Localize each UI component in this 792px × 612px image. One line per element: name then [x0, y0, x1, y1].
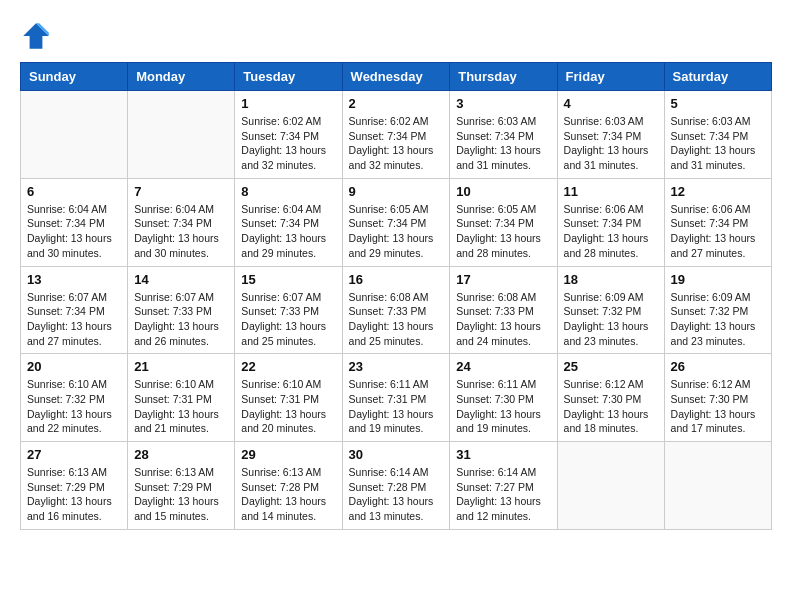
day-info: Sunrise: 6:06 AM Sunset: 7:34 PM Dayligh… — [671, 202, 765, 261]
day-number: 21 — [134, 359, 228, 374]
weekday-header-wednesday: Wednesday — [342, 63, 450, 91]
calendar-cell: 6Sunrise: 6:04 AM Sunset: 7:34 PM Daylig… — [21, 178, 128, 266]
calendar-cell: 8Sunrise: 6:04 AM Sunset: 7:34 PM Daylig… — [235, 178, 342, 266]
day-info: Sunrise: 6:02 AM Sunset: 7:34 PM Dayligh… — [349, 114, 444, 173]
day-info: Sunrise: 6:09 AM Sunset: 7:32 PM Dayligh… — [671, 290, 765, 349]
day-number: 13 — [27, 272, 121, 287]
calendar-cell: 2Sunrise: 6:02 AM Sunset: 7:34 PM Daylig… — [342, 91, 450, 179]
logo-icon — [20, 20, 52, 52]
calendar-cell: 9Sunrise: 6:05 AM Sunset: 7:34 PM Daylig… — [342, 178, 450, 266]
calendar-cell: 24Sunrise: 6:11 AM Sunset: 7:30 PM Dayli… — [450, 354, 557, 442]
day-number: 8 — [241, 184, 335, 199]
day-number: 18 — [564, 272, 658, 287]
day-info: Sunrise: 6:05 AM Sunset: 7:34 PM Dayligh… — [456, 202, 550, 261]
calendar-cell: 23Sunrise: 6:11 AM Sunset: 7:31 PM Dayli… — [342, 354, 450, 442]
weekday-header-sunday: Sunday — [21, 63, 128, 91]
day-info: Sunrise: 6:04 AM Sunset: 7:34 PM Dayligh… — [27, 202, 121, 261]
day-number: 10 — [456, 184, 550, 199]
day-info: Sunrise: 6:13 AM Sunset: 7:29 PM Dayligh… — [27, 465, 121, 524]
calendar-cell — [21, 91, 128, 179]
day-info: Sunrise: 6:06 AM Sunset: 7:34 PM Dayligh… — [564, 202, 658, 261]
logo — [20, 20, 58, 52]
weekday-header-friday: Friday — [557, 63, 664, 91]
day-info: Sunrise: 6:13 AM Sunset: 7:29 PM Dayligh… — [134, 465, 228, 524]
day-number: 25 — [564, 359, 658, 374]
calendar-cell: 4Sunrise: 6:03 AM Sunset: 7:34 PM Daylig… — [557, 91, 664, 179]
day-number: 26 — [671, 359, 765, 374]
calendar-cell — [128, 91, 235, 179]
day-number: 19 — [671, 272, 765, 287]
day-number: 1 — [241, 96, 335, 111]
day-number: 3 — [456, 96, 550, 111]
weekday-header-tuesday: Tuesday — [235, 63, 342, 91]
calendar-cell: 11Sunrise: 6:06 AM Sunset: 7:34 PM Dayli… — [557, 178, 664, 266]
day-number: 29 — [241, 447, 335, 462]
day-number: 24 — [456, 359, 550, 374]
day-number: 28 — [134, 447, 228, 462]
weekday-header-row: SundayMondayTuesdayWednesdayThursdayFrid… — [21, 63, 772, 91]
calendar-week-3: 13Sunrise: 6:07 AM Sunset: 7:34 PM Dayli… — [21, 266, 772, 354]
calendar-week-4: 20Sunrise: 6:10 AM Sunset: 7:32 PM Dayli… — [21, 354, 772, 442]
day-info: Sunrise: 6:11 AM Sunset: 7:30 PM Dayligh… — [456, 377, 550, 436]
day-info: Sunrise: 6:11 AM Sunset: 7:31 PM Dayligh… — [349, 377, 444, 436]
day-info: Sunrise: 6:10 AM Sunset: 7:32 PM Dayligh… — [27, 377, 121, 436]
calendar-cell: 10Sunrise: 6:05 AM Sunset: 7:34 PM Dayli… — [450, 178, 557, 266]
weekday-header-monday: Monday — [128, 63, 235, 91]
day-info: Sunrise: 6:03 AM Sunset: 7:34 PM Dayligh… — [564, 114, 658, 173]
calendar-cell: 16Sunrise: 6:08 AM Sunset: 7:33 PM Dayli… — [342, 266, 450, 354]
calendar-cell: 5Sunrise: 6:03 AM Sunset: 7:34 PM Daylig… — [664, 91, 771, 179]
day-info: Sunrise: 6:02 AM Sunset: 7:34 PM Dayligh… — [241, 114, 335, 173]
day-info: Sunrise: 6:03 AM Sunset: 7:34 PM Dayligh… — [456, 114, 550, 173]
day-info: Sunrise: 6:10 AM Sunset: 7:31 PM Dayligh… — [134, 377, 228, 436]
calendar-cell: 13Sunrise: 6:07 AM Sunset: 7:34 PM Dayli… — [21, 266, 128, 354]
day-info: Sunrise: 6:07 AM Sunset: 7:34 PM Dayligh… — [27, 290, 121, 349]
day-number: 14 — [134, 272, 228, 287]
calendar-cell: 20Sunrise: 6:10 AM Sunset: 7:32 PM Dayli… — [21, 354, 128, 442]
day-number: 9 — [349, 184, 444, 199]
calendar-cell: 29Sunrise: 6:13 AM Sunset: 7:28 PM Dayli… — [235, 442, 342, 530]
calendar-cell: 22Sunrise: 6:10 AM Sunset: 7:31 PM Dayli… — [235, 354, 342, 442]
calendar-cell: 31Sunrise: 6:14 AM Sunset: 7:27 PM Dayli… — [450, 442, 557, 530]
day-number: 16 — [349, 272, 444, 287]
day-number: 5 — [671, 96, 765, 111]
weekday-header-thursday: Thursday — [450, 63, 557, 91]
day-info: Sunrise: 6:05 AM Sunset: 7:34 PM Dayligh… — [349, 202, 444, 261]
calendar-cell: 7Sunrise: 6:04 AM Sunset: 7:34 PM Daylig… — [128, 178, 235, 266]
day-number: 23 — [349, 359, 444, 374]
calendar-cell: 26Sunrise: 6:12 AM Sunset: 7:30 PM Dayli… — [664, 354, 771, 442]
day-info: Sunrise: 6:07 AM Sunset: 7:33 PM Dayligh… — [241, 290, 335, 349]
weekday-header-saturday: Saturday — [664, 63, 771, 91]
day-number: 15 — [241, 272, 335, 287]
calendar-cell: 18Sunrise: 6:09 AM Sunset: 7:32 PM Dayli… — [557, 266, 664, 354]
day-number: 4 — [564, 96, 658, 111]
calendar-week-5: 27Sunrise: 6:13 AM Sunset: 7:29 PM Dayli… — [21, 442, 772, 530]
calendar-cell: 3Sunrise: 6:03 AM Sunset: 7:34 PM Daylig… — [450, 91, 557, 179]
day-number: 6 — [27, 184, 121, 199]
day-info: Sunrise: 6:09 AM Sunset: 7:32 PM Dayligh… — [564, 290, 658, 349]
day-number: 27 — [27, 447, 121, 462]
day-number: 7 — [134, 184, 228, 199]
day-info: Sunrise: 6:08 AM Sunset: 7:33 PM Dayligh… — [349, 290, 444, 349]
page-header — [20, 20, 772, 52]
calendar-week-2: 6Sunrise: 6:04 AM Sunset: 7:34 PM Daylig… — [21, 178, 772, 266]
calendar-table: SundayMondayTuesdayWednesdayThursdayFrid… — [20, 62, 772, 530]
calendar-cell — [557, 442, 664, 530]
day-info: Sunrise: 6:03 AM Sunset: 7:34 PM Dayligh… — [671, 114, 765, 173]
calendar-week-1: 1Sunrise: 6:02 AM Sunset: 7:34 PM Daylig… — [21, 91, 772, 179]
day-number: 2 — [349, 96, 444, 111]
calendar-cell: 15Sunrise: 6:07 AM Sunset: 7:33 PM Dayli… — [235, 266, 342, 354]
day-info: Sunrise: 6:14 AM Sunset: 7:27 PM Dayligh… — [456, 465, 550, 524]
day-number: 17 — [456, 272, 550, 287]
calendar-cell: 27Sunrise: 6:13 AM Sunset: 7:29 PM Dayli… — [21, 442, 128, 530]
calendar-cell: 21Sunrise: 6:10 AM Sunset: 7:31 PM Dayli… — [128, 354, 235, 442]
calendar-cell: 12Sunrise: 6:06 AM Sunset: 7:34 PM Dayli… — [664, 178, 771, 266]
day-info: Sunrise: 6:07 AM Sunset: 7:33 PM Dayligh… — [134, 290, 228, 349]
calendar-cell: 17Sunrise: 6:08 AM Sunset: 7:33 PM Dayli… — [450, 266, 557, 354]
day-info: Sunrise: 6:04 AM Sunset: 7:34 PM Dayligh… — [241, 202, 335, 261]
day-number: 20 — [27, 359, 121, 374]
calendar-cell: 25Sunrise: 6:12 AM Sunset: 7:30 PM Dayli… — [557, 354, 664, 442]
calendar-cell — [664, 442, 771, 530]
calendar-cell: 19Sunrise: 6:09 AM Sunset: 7:32 PM Dayli… — [664, 266, 771, 354]
day-number: 12 — [671, 184, 765, 199]
calendar-cell: 30Sunrise: 6:14 AM Sunset: 7:28 PM Dayli… — [342, 442, 450, 530]
